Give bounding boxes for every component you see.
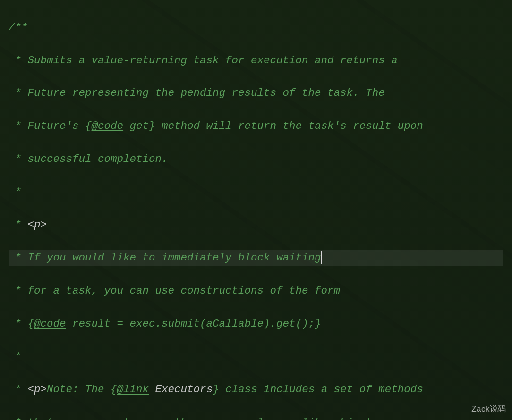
javadoc-line: /** (9, 19, 503, 36)
caret-icon (321, 251, 322, 264)
javadoc-line: * (9, 348, 503, 365)
watermark: Zack说码 (471, 403, 506, 415)
javadoc-line: * (9, 184, 503, 201)
javadoc-line: * Submits a value-returning task for exe… (9, 52, 503, 69)
javadoc-line: * {@code result = exec.submit(aCallable)… (9, 316, 503, 332)
javadoc-line: * <p>Note: The {@link Executors} class i… (9, 381, 503, 398)
javadoc-line-current: * If you would like to immediately block… (9, 250, 503, 266)
javadoc-line: * Future's {@code get} method will retur… (9, 118, 503, 134)
code-editor[interactable]: /** * Submits a value-returning task for… (0, 0, 512, 420)
javadoc-line: * <p> (9, 217, 503, 233)
javadoc-line: * for a task, you can use constructions … (9, 283, 503, 299)
javadoc-line: * Future representing the pending result… (9, 85, 503, 101)
javadoc-line: * successful completion. (9, 151, 503, 168)
javadoc-line: * that can convert some other common clo… (9, 414, 503, 420)
